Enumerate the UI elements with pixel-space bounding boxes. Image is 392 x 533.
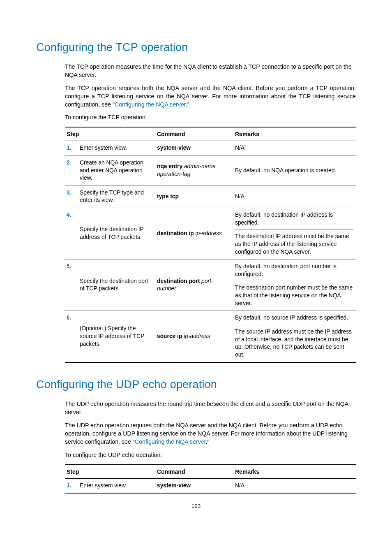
section-heading-tcp: Configuring the TCP operation <box>36 41 356 54</box>
th-step: Step <box>65 127 155 141</box>
cmd-bold-text: destination port <box>157 278 200 284</box>
step-remarks: N/A <box>233 185 356 208</box>
step-command: type tcp <box>155 185 233 208</box>
step-command: system-view <box>155 141 233 156</box>
step-number: 4. <box>65 208 78 260</box>
udp-requirements-para: The UDP echo operation requires both the… <box>65 422 356 446</box>
th-remarks: Remarks <box>233 465 356 479</box>
remarks-a: By default, no destination IP address is… <box>235 211 353 230</box>
section-heading-udp: Configuring the UDP echo operation <box>36 378 356 391</box>
cmd-italic-text: ip-address <box>182 333 210 339</box>
step-command: source ip ip-address <box>155 311 233 363</box>
cmd-bold-text: system-view <box>157 145 191 151</box>
step-remarks: N/A <box>233 478 356 493</box>
th-command: Command <box>155 127 233 141</box>
table-row: 6. (Optional.) Specify the source IP add… <box>65 311 356 363</box>
remarks-b: The source IP address must be the IP add… <box>235 328 353 359</box>
table-row: 1. Enter system view. system-view N/A <box>65 478 356 493</box>
cmd-italic-text: ip-address <box>194 230 222 236</box>
tcp-requirements-para: The TCP operation requires both the NQA … <box>65 84 356 109</box>
step-remarks: N/A <box>233 141 356 156</box>
link-configuring-nqa-server[interactable]: Configuring the NQA server <box>115 101 186 108</box>
udp-para2-text-b: ." <box>206 438 210 445</box>
step-number: 5. <box>65 260 78 311</box>
table-row: 3. Specify the TCP type and enter its vi… <box>65 185 356 208</box>
step-number: 6. <box>65 311 78 363</box>
th-command: Command <box>155 465 233 479</box>
udp-operation-table: Step Command Remarks 1. Enter system vie… <box>65 464 356 494</box>
cmd-bold-text: type tcp <box>157 193 179 199</box>
tcp-intro-para: The TCP operation measures the time for … <box>65 63 356 79</box>
step-description: Enter system view. <box>78 478 155 493</box>
th-step: Step <box>65 465 155 479</box>
step-remarks: By default, no source IP address is spec… <box>233 311 356 363</box>
step-command: nqa entry admin-name operation-tag <box>155 155 233 185</box>
step-description: Specify the TCP type and enter its view. <box>78 185 155 208</box>
cmd-bold-text: system-view <box>157 482 191 489</box>
step-description: Create an NQA operation and enter NQA op… <box>78 155 155 185</box>
udp-intro-para: The UDP echo operation measures the roun… <box>65 400 356 417</box>
table-row: 4. Specify the destination IP address of… <box>65 208 356 260</box>
step-number: 3. <box>65 185 78 208</box>
remarks-b: The destination IP address must be the s… <box>235 233 353 256</box>
step-command: system-view <box>155 478 233 493</box>
step-description: Specify the destination IP address of TC… <box>78 208 155 260</box>
step-number: 1. <box>65 478 78 493</box>
step-command: destination port port-number <box>155 260 233 311</box>
step-description: (Optional.) Specify the source IP addres… <box>78 311 155 363</box>
th-remarks: Remarks <box>233 127 356 141</box>
tcp-lead-text: To configure the TCP operation: <box>65 114 356 122</box>
table-row: 2. Create an NQA operation and enter NQA… <box>65 155 356 185</box>
cmd-bold-text: source ip <box>157 333 182 339</box>
table-row: 1. Enter system view. system-view N/A <box>65 141 356 156</box>
cmd-bold-text: destination ip <box>157 230 194 236</box>
link-configuring-nqa-server[interactable]: Configuring the NQA server <box>135 438 206 445</box>
remarks-a: By default, no destination port number i… <box>235 263 353 281</box>
step-remarks: By default, no destination IP address is… <box>233 208 356 260</box>
step-description: Specify the destination port of TCP pack… <box>78 260 155 311</box>
table-row: 5. Specify the destination port of TCP p… <box>65 260 356 311</box>
step-number: 2. <box>65 155 78 185</box>
step-remarks: By default, no NQA operation is created. <box>233 155 356 185</box>
step-number: 1. <box>65 141 78 156</box>
step-description: Enter system view. <box>78 141 155 156</box>
remarks-a: By default, no source IP address is spec… <box>235 314 353 325</box>
remarks-b: The destination port number must be the … <box>235 284 353 307</box>
tcp-para2-text-b: ." <box>186 101 189 108</box>
page-number: 123 <box>0 503 392 509</box>
cmd-bold-text: nqa entry <box>157 163 182 169</box>
step-remarks: By default, no destination port number i… <box>233 260 356 311</box>
tcp-para2-text-a: The TCP operation requires both the NQA … <box>65 85 356 108</box>
step-command: destination ip ip-address <box>155 208 233 260</box>
udp-lead-text: To configure the UDP echo operation: <box>65 451 356 459</box>
tcp-operation-table: Step Command Remarks 1. Enter system vie… <box>65 127 356 363</box>
